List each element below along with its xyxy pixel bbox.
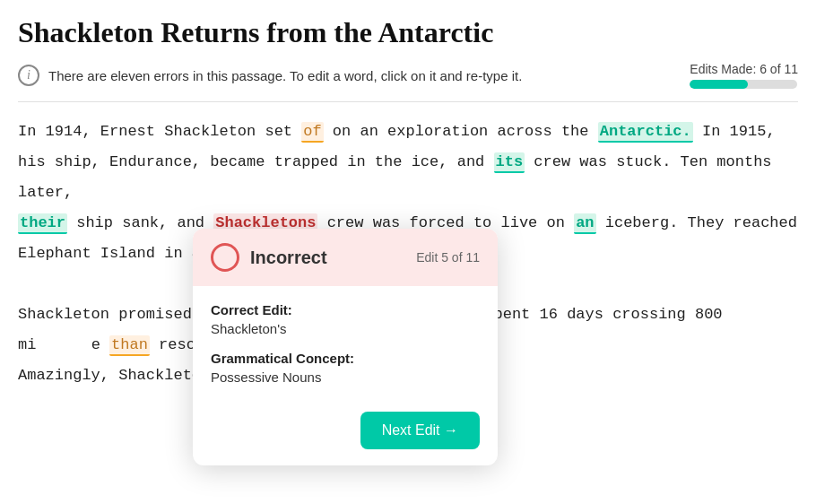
word-their[interactable]: their [18, 213, 67, 234]
progress-bar-fill [690, 80, 748, 89]
modal: Incorrect Edit 5 of 11 Correct Edit: Sha… [193, 229, 498, 465]
info-bar: i There are eleven errors in this passag… [18, 62, 798, 89]
page-title: Shackleton Returns from the Antarctic [18, 16, 798, 49]
passage-word[interactable]: In 1914, Ernest Shackleton set [18, 123, 301, 140]
modal-edit-num: Edit 5 of 11 [416, 250, 480, 265]
progress-bar [690, 80, 797, 89]
correct-edit-value: Shackleton's [211, 321, 480, 336]
modal-header: Incorrect Edit 5 of 11 [193, 229, 498, 286]
grammatical-concept-label: Grammatical Concept: [211, 351, 480, 366]
word-antarctic[interactable]: Antarctic. [598, 122, 693, 143]
grammatical-concept-value: Possessive Nouns [211, 369, 480, 385]
info-icon: i [18, 65, 39, 86]
divider [18, 101, 798, 102]
correct-edit-label: Correct Edit: [211, 302, 480, 317]
info-text: There are eleven errors in this passage.… [48, 68, 522, 83]
incorrect-icon [211, 243, 239, 272]
modal-header-left: Incorrect [211, 243, 327, 272]
word-than[interactable]: than [109, 335, 150, 356]
info-left: i There are eleven errors in this passag… [18, 65, 522, 86]
page-container: Shackleton Returns from the Antarctic i … [0, 0, 816, 391]
word-an[interactable]: an [574, 213, 595, 234]
passage-word[interactable]: on an exploration across the [324, 123, 598, 140]
passage-word[interactable]: ship sank, and [67, 214, 213, 231]
modal-footer: Next Edit → [193, 412, 498, 465]
modal-status: Incorrect [250, 248, 327, 268]
edits-label: Edits Made: 6 of 11 [690, 62, 798, 76]
next-edit-button[interactable]: Next Edit → [360, 412, 480, 449]
word-its[interactable]: its [494, 152, 525, 173]
word-of[interactable]: of [301, 122, 323, 143]
passage-word[interactable]: e [91, 336, 109, 353]
passage-line2[interactable]: Shackleton promised t [18, 306, 210, 323]
edits-info: Edits Made: 6 of 11 [690, 62, 798, 89]
modal-body: Correct Edit: Shackleton's Grammatical C… [193, 286, 498, 412]
